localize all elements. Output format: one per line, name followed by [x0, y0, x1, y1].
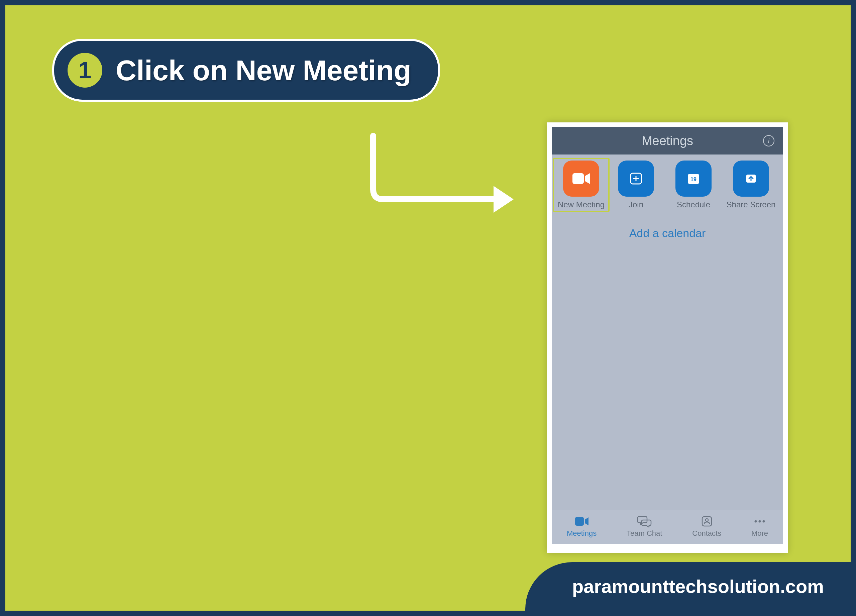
nav-meetings[interactable]: Meetings	[567, 516, 597, 538]
arrow-icon	[360, 129, 527, 213]
svg-point-12	[763, 521, 765, 523]
phone-header: Meetings i	[552, 127, 783, 154]
phone-header-title: Meetings	[642, 134, 693, 148]
schedule-button[interactable]: 19 Schedule	[665, 160, 722, 209]
step-callout: 1 Click on New Meeting	[52, 39, 440, 102]
step-title: Click on New Meeting	[116, 54, 411, 87]
svg-point-9	[705, 519, 708, 521]
more-icon	[752, 516, 767, 527]
phone-mockup: Meetings i New Meeting Join	[547, 122, 788, 553]
step-number: 1	[79, 57, 92, 83]
info-icon[interactable]: i	[763, 135, 774, 146]
svg-rect-7	[575, 517, 584, 526]
share-screen-button[interactable]: Share Screen	[723, 160, 779, 209]
action-label: Join	[629, 200, 644, 209]
bottom-nav: Meetings Team Chat	[552, 510, 783, 544]
action-label: Schedule	[677, 200, 710, 209]
video-camera-icon	[563, 160, 599, 197]
phone-body: Add a calendar Meetings	[552, 213, 783, 544]
action-label: Share Screen	[727, 200, 776, 209]
nav-label: Team Chat	[627, 529, 662, 538]
nav-label: Contacts	[692, 529, 721, 538]
add-calendar-link[interactable]: Add a calendar	[552, 213, 783, 240]
share-icon	[733, 160, 769, 197]
contacts-icon	[699, 516, 714, 527]
video-camera-icon	[574, 516, 589, 527]
action-label: New Meeting	[558, 200, 605, 209]
plus-icon	[618, 160, 654, 197]
svg-point-11	[759, 521, 761, 523]
chat-icon	[637, 516, 652, 527]
join-button[interactable]: Join	[608, 160, 664, 209]
svg-rect-0	[573, 173, 584, 184]
new-meeting-button[interactable]: New Meeting	[553, 158, 610, 212]
nav-contacts[interactable]: Contacts	[692, 516, 721, 538]
nav-label: More	[751, 529, 768, 538]
step-number-badge: 1	[68, 53, 102, 88]
calendar-icon: 19	[676, 160, 711, 197]
nav-more[interactable]: More	[751, 516, 768, 538]
svg-text:19: 19	[690, 177, 696, 182]
nav-team-chat[interactable]: Team Chat	[627, 516, 662, 538]
svg-point-10	[755, 521, 757, 523]
nav-label: Meetings	[567, 529, 597, 538]
footer-url: paramounttechsolution.com	[525, 562, 851, 611]
actions-row: New Meeting Join 19 Schedule	[552, 154, 783, 213]
